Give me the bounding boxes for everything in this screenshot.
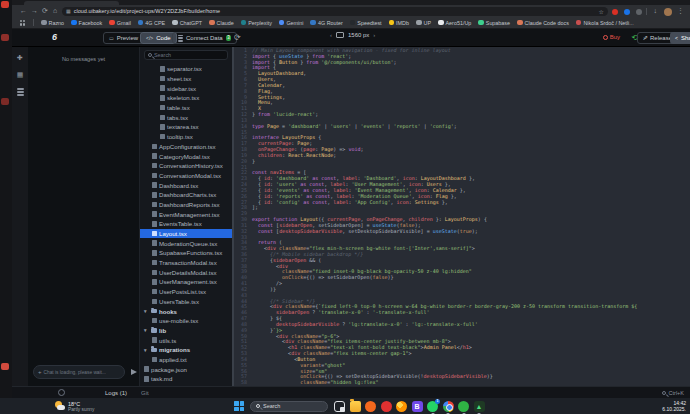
file-search-input[interactable]: Search — [144, 50, 228, 60]
buy-button[interactable]: Buy — [603, 34, 620, 40]
bookmark-perplexity[interactable]: Perplexity — [241, 20, 272, 26]
extension-icon[interactable] — [612, 9, 618, 15]
chevron-down-icon[interactable]: ▾ — [144, 308, 148, 314]
bookmark-star-icon[interactable]: ☆ — [599, 8, 604, 15]
bookmark-claude[interactable]: Claude — [209, 20, 234, 26]
tree-item-layout-tsx[interactable]: Layout.tsx — [140, 229, 232, 239]
uibakery-logo[interactable]: 6 — [52, 32, 57, 42]
site-info-icon[interactable]: ▦ — [66, 8, 71, 14]
task-view-icon[interactable] — [334, 401, 345, 412]
tree-item-sheet-tsx[interactable]: sheet.tsx — [140, 74, 232, 84]
tree-item-skeleton-tsx[interactable]: skeleton.tsx — [140, 93, 232, 103]
tree-item-appconfiguration-tsx[interactable]: AppConfiguration.tsx — [140, 142, 232, 152]
tree-item-dashboard-tsx[interactable]: Dashboard.tsx — [140, 180, 232, 190]
tree-item-moderationqueue-tsx[interactable]: ModerationQueue.tsx — [140, 238, 232, 248]
whatsapp-icon[interactable]: 1 — [427, 401, 438, 412]
tree-item-userstable-tsx[interactable]: UsersTable.tsx — [140, 297, 232, 307]
tree-item-package-json[interactable]: package.json — [140, 364, 232, 374]
attach-icon[interactable]: + — [38, 369, 42, 375]
bookmark-imdb[interactable]: IMDb — [389, 20, 409, 26]
components-grid-icon[interactable]: ▦ — [17, 71, 24, 79]
connect-data-button[interactable]: Connect Data 3 — [172, 32, 237, 44]
desktop-icon[interactable] — [1, 34, 9, 41]
share-button[interactable]: < Share — [670, 32, 690, 44]
tree-item-usermanagement-tsx[interactable]: UserManagement.tsx — [140, 277, 232, 287]
tree-item-task-md[interactable]: task.md — [140, 374, 232, 384]
chevron-down-icon[interactable]: ▾ — [144, 327, 148, 333]
tree-item-separator-tsx[interactable]: separator.tsx — [140, 64, 232, 74]
tree-item-supabasefunctions-tsx[interactable]: SupabaseFunctions.tsx — [140, 248, 232, 258]
tree-item-userdetailsmodal-tsx[interactable]: UserDetailsModal.tsx — [140, 267, 232, 277]
tree-item-hooks[interactable]: ▾hooks — [140, 306, 232, 316]
tree-item-transactionmodal-tsx[interactable]: TransactionModal.tsx — [140, 258, 232, 268]
bookmark-claude-code-docs[interactable]: Claude Code docs — [517, 20, 569, 26]
tree-item-conversationhistory-tsx[interactable]: ConversationHistory.tsx — [140, 161, 232, 171]
chrome-icon[interactable] — [443, 401, 454, 412]
tree-item-userpostslist-tsx[interactable]: UserPostsList.tsx — [140, 287, 232, 297]
new-chat-icon[interactable]: ✚ — [17, 54, 23, 62]
desktop-icon[interactable] — [1, 363, 9, 370]
bookmark-aero51-up[interactable]: Aero51/Up — [438, 20, 471, 26]
tree-item-utils-ts[interactable]: utils.ts — [140, 335, 232, 345]
downloads-icon[interactable]: ↓ — [654, 6, 658, 16]
bookmark-razno[interactable]: Razno — [41, 20, 64, 26]
tree-item-eventstable-tsx[interactable]: EventsTable.tsx — [140, 219, 232, 229]
profile-avatar[interactable] — [664, 8, 672, 16]
forward-icon[interactable]: → — [31, 6, 38, 16]
tree-item-use-mobile-tsx[interactable]: use-mobile.tsx — [140, 316, 232, 326]
tree-item-dashboardreports-tsx[interactable]: DashboardReports.tsx — [140, 200, 232, 210]
address-bar[interactable]: ▦ cloud.uibakery.io/edit/project-ups/W2Y… — [62, 7, 608, 16]
bookmark-chatgpt[interactable]: ChatGPT — [172, 20, 202, 26]
desktop-icon[interactable] — [1, 98, 9, 105]
tree-item-lib[interactable]: ▾lib — [140, 326, 232, 336]
tree-item-textarea-tsx[interactable]: textarea.tsx — [140, 122, 232, 132]
tree-item-tooltip-tsx[interactable]: tooltip.tsx — [140, 132, 232, 142]
tree-item-table-tsx[interactable]: table.tsx — [140, 103, 232, 113]
tree-item-categorymodal-tsx[interactable]: CategoryModal.tsx — [140, 151, 232, 161]
red-media-app-icon[interactable] — [381, 401, 392, 412]
tree-item-eventmanagement-tsx[interactable]: EventManagement.tsx — [140, 209, 232, 219]
tree-item-tabs-tsx[interactable]: tabs.tsx — [140, 112, 232, 122]
bookmark-gemini[interactable]: Gemini — [279, 20, 304, 26]
back-icon[interactable]: ← — [20, 6, 27, 16]
start-button[interactable] — [234, 401, 244, 411]
screenshot-app-icon[interactable]: ▲ — [474, 401, 485, 412]
desktop-icon[interactable] — [1, 1, 9, 8]
bsplayer-icon[interactable]: B — [412, 401, 423, 412]
tree-item-conversationmodal-tsx[interactable]: ConversationModal.tsx — [140, 171, 232, 181]
apps-grid-icon[interactable] — [20, 20, 26, 26]
bookmark-facebook[interactable]: Facebook — [71, 20, 102, 26]
git-button[interactable]: Git — [141, 390, 149, 396]
bookmark-4g-cpe[interactable]: 4G CPE — [138, 20, 165, 26]
bookmark-supabase[interactable]: Supabase — [478, 20, 510, 26]
bookmark-gmail[interactable]: Gmail — [109, 20, 131, 26]
file-explorer-icon[interactable] — [350, 401, 361, 412]
logs-button[interactable]: Logs (1) — [105, 390, 127, 396]
phone-app-icon[interactable] — [458, 401, 469, 412]
browser-menu-icon[interactable]: ⋮ — [677, 6, 684, 16]
viewport-width-control[interactable]: ‹ 1560 px › — [330, 32, 375, 38]
chevron-down-icon[interactable]: ▾ — [144, 347, 148, 353]
tree-item-sidebar-tsx[interactable]: sidebar.tsx — [140, 83, 232, 93]
tree-item-migrations[interactable]: ▾migrations — [140, 345, 232, 355]
bookmark-nikola-srdo-netli[interactable]: Nikola Srdoč / Netli... — [576, 20, 634, 26]
weather-widget[interactable]: 18°C Partly sunny — [55, 401, 94, 412]
send-icon[interactable] — [131, 369, 137, 375]
reload-icon[interactable]: ⟳ — [42, 6, 48, 16]
viewport-decrease-icon[interactable]: ‹ — [330, 32, 332, 38]
chat-input[interactable]: + Chat is loading, please wait... — [33, 365, 125, 379]
tree-item-applied-txt[interactable]: applied.txt — [140, 355, 232, 365]
data-icon[interactable] — [17, 88, 24, 96]
bookmark-4g-router[interactable]: 4G Router — [310, 20, 342, 26]
preview-button[interactable]: ▭ Preview — [103, 32, 144, 44]
bookmark-up[interactable]: UP — [416, 20, 431, 26]
viewport-increase-icon[interactable]: › — [373, 32, 375, 38]
home-icon[interactable]: ⌂ — [53, 6, 57, 16]
extension-icon[interactable] — [624, 9, 630, 15]
tree-item-dashboardcharts-tsx[interactable]: DashboardCharts.tsx — [140, 190, 232, 200]
orange-app-icon[interactable] — [365, 401, 376, 412]
status-icon[interactable] — [58, 389, 65, 396]
firefox-icon[interactable] — [396, 401, 407, 412]
code-editor[interactable]: 1234567891011121314151617181920212223242… — [234, 47, 690, 386]
command-palette-shortcut[interactable]: Ctrl+K — [662, 390, 684, 396]
